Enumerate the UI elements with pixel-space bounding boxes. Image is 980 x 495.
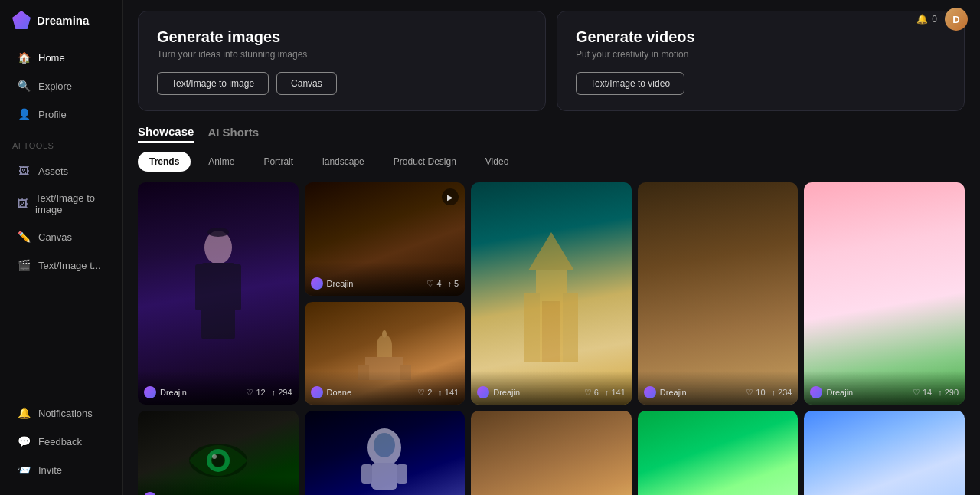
- sidebar-item-feedback[interactable]: 💬 Feedback: [5, 428, 117, 455]
- image-stats-2: ♡ 4 ↑ 5: [426, 279, 459, 289]
- filter-landscape[interactable]: landscape: [311, 152, 376, 172]
- sidebar-item-label: Invite: [38, 464, 62, 476]
- feedback-icon: 💬: [17, 434, 31, 448]
- image-user-4: Dreajin: [477, 386, 520, 398]
- image-user-3: Doane: [311, 386, 351, 398]
- image-user-1: Dreajin: [144, 386, 187, 398]
- sidebar-item-label: Notifications: [38, 408, 93, 419]
- text-image-to-image-button[interactable]: Text/Image to image: [157, 72, 269, 95]
- col-2: ▶ Dreajin ♡ 4 ↑ 5: [305, 182, 466, 405]
- svg-point-22: [374, 433, 395, 457]
- svg-rect-24: [361, 464, 372, 484]
- image-card-11[interactable]: [804, 411, 965, 495]
- image-card-3[interactable]: Doane ♡ 2 ↑ 141: [305, 302, 466, 405]
- sidebar-item-profile[interactable]: 👤 Profile: [5, 100, 117, 128]
- svg-point-6: [377, 335, 392, 356]
- notification-button[interactable]: 🔔 0: [916, 14, 937, 25]
- invite-icon: 📨: [17, 463, 31, 477]
- username-5: Dreajin: [660, 388, 687, 397]
- home-icon: 🏠: [17, 51, 31, 64]
- image-user-6: Dreajin: [810, 386, 853, 398]
- generate-images-title: Generate images: [157, 28, 527, 46]
- image-card-10[interactable]: [638, 411, 799, 495]
- image-footer-2: Dreajin ♡ 4 ↑ 5: [305, 262, 466, 296]
- logo[interactable]: Dreamina: [0, 0, 122, 40]
- sidebar-item-canvas[interactable]: ✏️ Canvas: [5, 223, 117, 251]
- sidebar-item-text-image[interactable]: 🖼 Text/Image to image: [5, 185, 117, 222]
- user-avatar-3: [311, 386, 323, 398]
- logo-icon: [12, 11, 31, 29]
- svg-rect-3: [229, 264, 241, 310]
- tab-showcase[interactable]: Showcase: [138, 125, 194, 143]
- filter-video[interactable]: Video: [474, 152, 520, 172]
- sidebar: Dreamina 🏠 Home 🔍 Explore 👤 Profile AI t…: [0, 0, 122, 495]
- sidebar-item-assets[interactable]: 🖼 Assets: [5, 157, 117, 185]
- canvas-button[interactable]: Canvas: [276, 72, 337, 95]
- generate-videos-buttons: Text/Image to video: [576, 72, 946, 95]
- username-3: Doane: [327, 388, 351, 397]
- image-stats-1: ♡ 12 ↑ 294: [246, 388, 292, 398]
- image-stats-3: ♡ 2 ↑ 141: [417, 388, 459, 398]
- notifications-icon: 🔔: [17, 406, 31, 420]
- image-stats-4: ♡ 6 ↑ 141: [584, 388, 626, 398]
- filter-product-design[interactable]: Product Design: [382, 152, 468, 172]
- assets-icon: 🖼: [17, 164, 31, 178]
- image-footer-4: Dreajin ♡ 6 ↑ 141: [471, 371, 632, 405]
- main-nav: 🏠 Home 🔍 Explore 👤 Profile: [0, 40, 122, 132]
- filter-tabs: Trends Anime Portrait landscape Product …: [138, 152, 965, 172]
- image-card-9[interactable]: [471, 411, 632, 495]
- filter-trends[interactable]: Trends: [138, 152, 191, 172]
- image-card-7[interactable]: Dreajin ♡ 0 ↑ 30: [138, 411, 299, 495]
- downloads-1: ↑ 294: [272, 388, 292, 397]
- filter-anime[interactable]: Anime: [197, 152, 246, 172]
- sidebar-item-explore[interactable]: 🔍 Explore: [5, 72, 117, 100]
- bell-icon: 🔔: [916, 14, 928, 25]
- username-1: Dreajin: [160, 388, 187, 397]
- username-2: Dreajin: [327, 279, 354, 288]
- user-avatar-2: [311, 277, 323, 290]
- explore-icon: 🔍: [17, 79, 31, 93]
- image-footer-7: Dreajin ♡ 0 ↑ 30: [138, 477, 299, 495]
- sidebar-item-home[interactable]: 🏠 Home: [5, 44, 117, 71]
- bottom-nav: 🔔 Notifications 💬 Feedback 📨 Invite: [0, 395, 122, 487]
- tab-ai-shorts[interactable]: AI Shorts: [207, 126, 259, 142]
- user-avatar-5: [644, 386, 656, 398]
- sidebar-item-notifications[interactable]: 🔔 Notifications: [5, 399, 117, 427]
- avatar[interactable]: D: [945, 8, 968, 31]
- text-image-to-video-button[interactable]: Text/Image to video: [576, 72, 684, 95]
- tools-nav: 🖼 Assets 🖼 Text/Image to image ✏️ Canvas…: [0, 153, 122, 283]
- top-cards: Generate images Turn your ideas into stu…: [138, 11, 965, 111]
- image-card-8[interactable]: [305, 411, 466, 495]
- username-4: Dreajin: [493, 388, 520, 397]
- image-card-4[interactable]: Dreajin ♡ 6 ↑ 141: [471, 182, 632, 405]
- image-card-6[interactable]: Dreajin ♡ 14 ↑ 290: [804, 182, 965, 405]
- sidebar-item-text-video[interactable]: 🎬 Text/Image t...: [5, 251, 117, 279]
- svg-rect-15: [563, 293, 578, 362]
- main-content: 🔔 0 D Generate images Turn your ideas in…: [122, 0, 980, 495]
- topbar: 🔔 0 D: [916, 8, 968, 31]
- text-image-icon: 🖼: [17, 197, 28, 211]
- image-footer-6: Dreajin ♡ 14 ↑ 290: [804, 371, 965, 405]
- generate-videos-title: Generate videos: [576, 28, 946, 46]
- main-tabs: Showcase AI Shorts: [138, 125, 965, 143]
- image-grid: Dreajin ♡ 12 ↑ 294 ▶ Dreajin: [138, 182, 965, 495]
- sidebar-item-invite[interactable]: 📨 Invite: [5, 456, 117, 484]
- svg-point-4: [207, 228, 229, 237]
- image-card-2[interactable]: ▶ Dreajin ♡ 4 ↑ 5: [305, 182, 466, 296]
- sidebar-item-label: Feedback: [38, 436, 82, 447]
- svg-rect-25: [397, 464, 407, 484]
- sidebar-item-label: Text/Image to image: [35, 192, 105, 215]
- image-footer-1: Dreajin ♡ 12 ↑ 294: [138, 371, 299, 405]
- ai-tools-label: AI tools: [0, 132, 122, 153]
- image-card-5[interactable]: Dreajin ♡ 10 ↑ 234: [638, 182, 799, 405]
- svg-rect-2: [195, 264, 207, 310]
- svg-point-20: [212, 454, 217, 459]
- filter-portrait[interactable]: Portrait: [252, 152, 305, 172]
- sidebar-item-label: Profile: [38, 109, 67, 120]
- sidebar-item-label: Assets: [38, 166, 68, 177]
- image-stats-5: ♡ 10 ↑ 234: [746, 388, 792, 398]
- generate-images-card: Generate images Turn your ideas into stu…: [138, 11, 546, 111]
- image-card-1[interactable]: Dreajin ♡ 12 ↑ 294: [138, 182, 299, 405]
- image-user-7: Dreajin: [144, 492, 187, 495]
- sidebar-item-label: Canvas: [38, 231, 72, 243]
